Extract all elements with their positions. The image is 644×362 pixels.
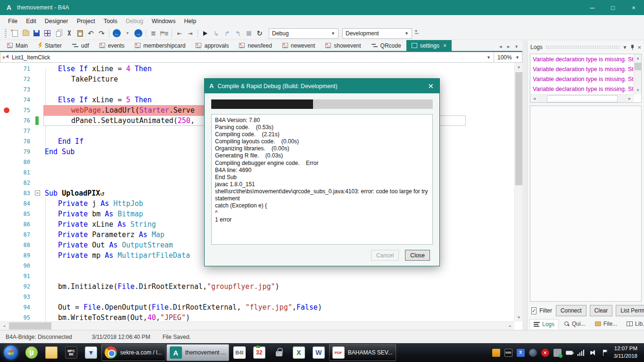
fold-margin[interactable] <box>34 95 42 105</box>
scroll-up-icon[interactable]: ▲ <box>515 63 522 71</box>
fold-margin[interactable] <box>34 209 42 219</box>
fold-margin[interactable] <box>34 167 42 178</box>
breakpoint-margin[interactable] <box>0 126 13 136</box>
scroll-left-icon[interactable]: ◄ <box>0 322 8 330</box>
navigate-forward-icon[interactable]: → <box>133 28 144 39</box>
breakpoint-margin[interactable] <box>0 271 13 281</box>
panel-splitter[interactable] <box>522 40 527 330</box>
editor-horizontal-scrollbar[interactable]: ◄ ► <box>0 321 514 330</box>
log-message-list[interactable]: Variable declaration type is missing. St… <box>530 54 642 103</box>
breakpoint-margin[interactable] <box>0 167 13 178</box>
crane-tray-icon[interactable] <box>492 349 500 357</box>
back-dropdown-icon[interactable]: ▼ <box>122 28 133 39</box>
breakpoint-margin[interactable] <box>0 240 13 250</box>
taskbar-button-mpc-be[interactable]: MPC BE <box>62 344 81 361</box>
breakpoint-margin[interactable] <box>0 281 13 292</box>
breakpoint-margin[interactable] <box>0 84 13 95</box>
scrollbar-thumb[interactable] <box>515 72 522 185</box>
toolbar-grip[interactable] <box>5 29 7 38</box>
shift-left-icon[interactable]: ⇤ <box>174 28 185 39</box>
scroll-right-icon[interactable]: ► <box>506 322 514 330</box>
flag-tray-icon[interactable] <box>602 349 610 357</box>
tab-qrcode[interactable]: QRcode <box>366 40 406 51</box>
breakpoint-margin[interactable] <box>0 95 13 105</box>
breakpoint-margin[interactable] <box>0 250 13 261</box>
tab-overflow-icon[interactable]: ▼ <box>514 44 519 49</box>
maximize-button[interactable]: □ <box>603 0 623 15</box>
taskbar-button-word[interactable]: W <box>309 344 328 361</box>
menu-debug[interactable]: Debug <box>122 16 148 26</box>
taskbar-clock[interactable]: 12:07 PM 3/11/2018 <box>614 345 639 360</box>
tab-udf[interactable]: udf <box>67 40 94 51</box>
panel-tab-lib[interactable]: Lib... <box>623 319 644 329</box>
globe-tray-icon[interactable] <box>529 349 537 357</box>
tab-events[interactable]: events <box>94 40 130 51</box>
breakpoint-margin[interactable] <box>0 178 13 188</box>
taskbar-button-chrome[interactable]: sekre-a.com / l... <box>101 344 165 361</box>
scroll-right-icon[interactable]: ► <box>626 95 634 103</box>
navigate-back-icon[interactable]: ← <box>111 28 122 39</box>
tab-scroll-left-icon[interactable]: ◄ <box>498 44 503 49</box>
breakpoint-margin[interactable] <box>0 136 13 147</box>
fold-margin[interactable] <box>34 147 42 157</box>
redo-icon[interactable]: ↷ <box>96 28 107 39</box>
clear-button[interactable]: Clear <box>590 305 613 316</box>
fold-margin[interactable] <box>34 281 42 292</box>
fold-margin[interactable] <box>34 157 42 167</box>
tab-approvals[interactable]: approvals <box>190 40 234 51</box>
taskbar-button-pdf[interactable]: PDFBAHAMAS SEV... <box>329 344 396 361</box>
shift-right-icon[interactable]: ⇥ <box>185 28 196 39</box>
scroll-down-icon[interactable]: ▼ <box>634 86 642 94</box>
fold-margin[interactable] <box>34 126 42 136</box>
panel-tab-file[interactable]: File... <box>591 319 621 329</box>
cut-icon[interactable] <box>64 28 74 39</box>
tab-settings[interactable]: settings× <box>406 40 452 51</box>
panel-tab-logs[interactable]: Logs <box>529 319 559 329</box>
step-out-icon[interactable]: ↰ <box>232 28 243 39</box>
breakpoint-margin[interactable] <box>0 64 13 74</box>
menu-designer[interactable]: Designer <box>41 16 73 26</box>
indent-less-icon[interactable]: ≣ <box>148 28 159 39</box>
pin-icon[interactable] <box>630 44 635 50</box>
open-file-icon[interactable] <box>20 28 31 39</box>
scroll-down-icon[interactable]: ▼ <box>515 313 522 321</box>
fold-margin[interactable] <box>34 178 42 188</box>
taskbar-button-sync-lock[interactable] <box>270 344 289 361</box>
copy-icon[interactable] <box>53 28 64 39</box>
battery-tray-icon[interactable] <box>566 351 573 355</box>
panel-tab-qui[interactable]: Qui... <box>561 319 589 329</box>
indent-more-icon[interactable]: ⛿≣ <box>159 28 170 39</box>
event-selector[interactable]: List1_ItemClick ▼ <box>0 52 494 63</box>
dialog-close-icon[interactable]: ✕ <box>422 82 439 90</box>
loglist-vertical-scrollbar[interactable]: ▲ ▼ <box>634 54 641 94</box>
breakpoint-margin[interactable] <box>0 188 13 198</box>
fold-margin[interactable] <box>34 219 42 230</box>
package-icon[interactable] <box>42 28 53 39</box>
fold-margin[interactable] <box>34 271 42 281</box>
stop-icon[interactable] <box>243 28 254 39</box>
fold-margin[interactable] <box>34 64 42 74</box>
breakpoint-margin[interactable] <box>0 209 13 219</box>
new-file-icon[interactable] <box>9 28 20 39</box>
panel-close-icon[interactable]: × <box>637 44 641 51</box>
breakpoint-margin[interactable] <box>0 219 13 230</box>
fold-margin[interactable] <box>34 84 42 95</box>
menu-file[interactable]: File <box>4 16 22 26</box>
panel-menu-icon[interactable]: ▼ <box>623 45 627 50</box>
panel-drag-handle[interactable] <box>545 45 619 49</box>
minimize-button[interactable]: ─ <box>582 0 603 15</box>
breakpoint-margin[interactable] <box>0 292 13 302</box>
rebuild-icon[interactable]: ↻ <box>254 28 265 39</box>
breakpoint-margin[interactable] <box>0 198 13 209</box>
fold-margin[interactable] <box>34 188 42 198</box>
tab-scroll-right-icon[interactable]: ► <box>506 44 511 49</box>
code-line[interactable]: 91 <box>0 271 514 281</box>
log-entry[interactable]: Variable declaration type is missing. St… <box>531 55 633 65</box>
tab-newsfeed[interactable]: newsfeed <box>234 40 277 51</box>
zoom-selector[interactable]: 100% ▼ <box>494 52 522 63</box>
taskbar-button-b4i[interactable]: B4I <box>230 344 249 361</box>
close-dialog-button[interactable]: Close <box>405 250 430 261</box>
taskbar-button-b4a[interactable]: Athemovement ... <box>166 344 229 361</box>
toolbar-overflow-icon[interactable]: ▾▔ <box>415 28 419 39</box>
network-tray-icon[interactable] <box>577 349 585 357</box>
